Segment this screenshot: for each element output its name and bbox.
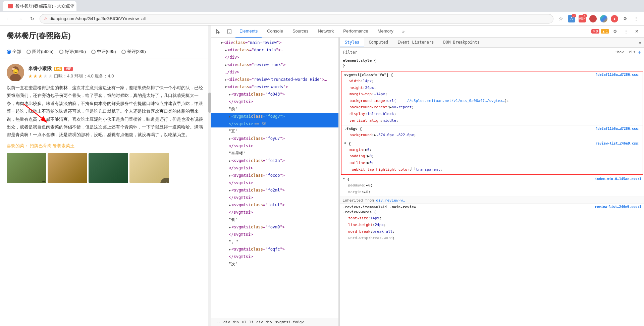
ext-icon-3[interactable] (588, 14, 598, 23)
dom-line[interactable]: "前" (211, 105, 338, 113)
radio-mid[interactable] (91, 50, 96, 54)
breadcrumb-div-1[interactable]: div (223, 320, 230, 324)
breadcrumb-svgmtsi[interactable]: svgmtsi.fo8gv (275, 320, 304, 324)
dom-line[interactable]: ▼ <div class="review-words"> (211, 83, 338, 91)
dom-line[interactable]: </svgmtsi> (211, 194, 338, 201)
dom-content[interactable]: ▼ <div class="main-review"> ▶ <div class… (211, 38, 338, 318)
dom-line[interactable]: ▶ <svgmtsi class="fovm9"> (211, 223, 338, 231)
tab-event-listeners[interactable]: Event Listeners (393, 38, 438, 47)
devtools-close-button[interactable]: ✕ (632, 27, 641, 36)
dom-line[interactable]: </svgmtsi> (211, 231, 338, 238)
dom-line[interactable]: </svgmtsi> (211, 164, 338, 172)
add-rule-button[interactable]: + (638, 49, 641, 55)
tab-sources[interactable]: Sources (288, 25, 313, 38)
refresh-button[interactable]: ↻ (28, 14, 37, 23)
dom-line[interactable]: "直" (211, 127, 338, 135)
dom-line[interactable]: </div> (211, 54, 338, 61)
dom-line-selected-close[interactable]: </svgmtsi> == $0 (211, 120, 338, 127)
tab-memory[interactable]: Memory (374, 25, 397, 38)
devtools-device-button[interactable] (225, 27, 234, 36)
cls-filter-button[interactable]: .cls (625, 49, 637, 55)
breadcrumb-div-3[interactable]: div (256, 320, 263, 324)
forward-button[interactable]: → (15, 14, 25, 23)
ext-badge-1: 7 (572, 14, 576, 17)
address-bar[interactable]: ⚠ dianping.com/shop/G41gaJfqGBICtiVY/rev… (40, 14, 553, 23)
more-tabs-button[interactable]: » (399, 27, 408, 36)
dom-line[interactable]: "奎星楼" (211, 150, 338, 157)
more-button[interactable]: ⋮ (631, 14, 641, 23)
css-source-fo8gv[interactable]: 4de2af11b6a…d7286.css: (596, 127, 640, 130)
tab-performance[interactable]: Performance (339, 25, 372, 38)
triangle-icon: ▶ (225, 48, 227, 53)
breadcrumb-div-2[interactable]: div (233, 320, 239, 324)
tab-computed[interactable]: Computed (364, 38, 393, 47)
breadcrumb-li[interactable]: li (249, 320, 254, 324)
radio-good[interactable] (59, 50, 63, 54)
triangle-icon: ▶ (229, 114, 231, 119)
error-count: 9 (596, 30, 598, 33)
tab-console[interactable]: Console (263, 25, 287, 38)
dom-line[interactable]: </svgmtsi> (211, 142, 338, 150)
ext-icon-1[interactable]: A 7 (567, 14, 576, 23)
dom-line[interactable]: "餐" (211, 216, 338, 223)
styles-content[interactable]: element.style { } svgmtsi[class^= (340, 57, 644, 326)
bookmark-button[interactable]: ☆ (556, 14, 566, 23)
reviewer-name: 米饼小猴猴 Lv8 VIP (28, 66, 114, 72)
radio-all[interactable] (7, 50, 11, 54)
css-prop-padding-strike: padding:► 0; (343, 182, 641, 189)
webpage-panel: 餐林餐厅(春熙路店) 全部 图片(5625) 好评(6945) (0, 25, 211, 326)
dom-line[interactable]: </svgmtsi> (211, 98, 338, 105)
dom-line[interactable]: ▼ <div class="main-review"> (211, 39, 338, 46)
dom-line[interactable]: ▶ <svgmtsi class="folul"> (211, 201, 338, 209)
css-source-star-index[interactable]: index.min.0…145ac.css:1 (595, 177, 641, 181)
scroll-up-button[interactable]: ▲ (160, 178, 169, 183)
pseudo-filter-button[interactable]: :hov (613, 49, 625, 55)
dom-line[interactable]: ▶ <svgmtsi class="fo2ml"> (211, 186, 338, 194)
dom-line[interactable]: ▶ <svgmtsi class="foyu7"> (211, 135, 338, 142)
dom-line[interactable]: ▶ <div class="review-truncated-words Hid… (211, 76, 338, 83)
styles-filter-input[interactable] (343, 50, 612, 55)
filter-good[interactable]: 好评(6945) (59, 49, 86, 55)
dom-line[interactable]: ▶ <div class="review-rank"> (211, 61, 338, 68)
dom-line[interactable]: …/div> (211, 68, 338, 76)
filter-all[interactable]: 全部 (7, 49, 21, 55)
dom-line[interactable]: ▶ <div class="dper-info">… (211, 46, 338, 54)
dom-line[interactable]: </svgmtsi> (211, 253, 338, 260)
dom-line[interactable]: ", " (211, 238, 338, 246)
radio-photos[interactable] (26, 50, 31, 54)
settings-button[interactable]: ⚙ (621, 14, 630, 23)
filter-bad[interactable]: 差评(239) (121, 49, 146, 55)
inherited-from-link[interactable]: div.review-w… (376, 198, 405, 203)
filter-mid[interactable]: 中评(695) (91, 49, 116, 55)
styles-more-button[interactable]: » (636, 38, 644, 47)
dom-line[interactable]: ▶ <svgmtsi class="foqfc"> (211, 246, 338, 253)
css-source-svgmtsi[interactable]: 4de2af11b6a…d7286.css: (596, 73, 640, 76)
dom-line[interactable]: ▶ <svgmtsi class="foi3a"> (211, 157, 338, 164)
css-source-star[interactable]: review-list…246e9.css: (596, 142, 640, 145)
radio-bad[interactable] (121, 50, 126, 54)
ext-icon-4[interactable] (599, 14, 608, 23)
profile-icon[interactable]: ● (610, 14, 619, 23)
active-tab[interactable]: 餐林餐厅(春熙路店) - 大众点评 × (3, 1, 76, 11)
devtools-settings-button[interactable]: ⚙ (610, 27, 620, 36)
tab-network[interactable]: Network (314, 25, 338, 38)
tab-styles[interactable]: Styles (340, 38, 364, 47)
dom-line[interactable]: </svgmtsi> (211, 209, 338, 216)
webpage-scrollbar[interactable] (208, 25, 211, 326)
filter-photos[interactable]: 图片(5625) (26, 49, 54, 55)
dom-line-selected[interactable]: ▶ <svgmtsi class="fo8gv"> (211, 113, 338, 120)
breadcrumb-div-4[interactable]: div (266, 320, 272, 324)
devtools-inspect-button[interactable] (214, 27, 223, 36)
dom-line[interactable]: </svgmtsi> (211, 179, 338, 186)
devtools-more-button[interactable]: ⋮ (621, 27, 631, 36)
dom-line[interactable]: "次" (211, 260, 338, 268)
dom-line[interactable]: ▶ <svgmtsi class="fo043"> (211, 91, 338, 98)
ext-icon-2[interactable]: ABP 4 (578, 14, 587, 23)
tab-elements[interactable]: Elements (235, 25, 262, 38)
back-button[interactable]: ← (3, 14, 13, 23)
tab-dom-breakpoints[interactable]: DOM Breakpoints (439, 38, 484, 47)
css-source-inherited[interactable]: review-list…246e9.css:1 (595, 205, 641, 209)
breadcrumb-ul[interactable]: ul (242, 320, 247, 324)
food-images: ▲ (7, 153, 204, 183)
dom-line[interactable]: ▶ <svgmtsi class="focoo"> (211, 172, 338, 179)
